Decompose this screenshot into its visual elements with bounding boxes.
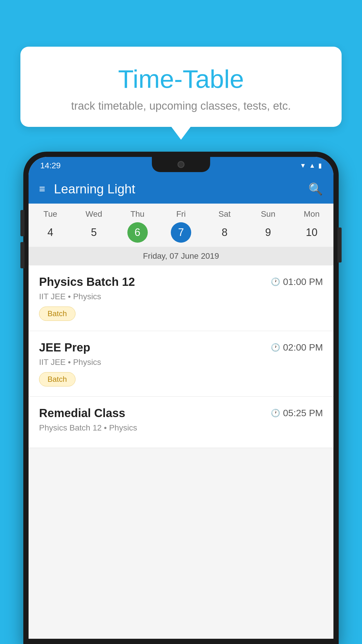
- clock-icon: 🕐: [271, 343, 280, 352]
- day-col-sun[interactable]: Sun9: [246, 209, 290, 243]
- schedule-item-0[interactable]: Physics Batch 12🕐 01:00 PMIIT JEE • Phys…: [29, 265, 333, 331]
- day-col-thu[interactable]: Thu6: [116, 209, 159, 243]
- phone-screen: 14:29 ▼ ▲ ▮ ≡ Learning Light 🔍 Tue4Wed5T…: [29, 157, 333, 639]
- schedule-title: Physics Batch 12: [39, 275, 135, 288]
- schedule-item-1[interactable]: JEE Prep🕐 02:00 PMIIT JEE • PhysicsBatch: [29, 331, 333, 397]
- app-bar: ≡ Learning Light 🔍: [29, 174, 333, 204]
- day-name: Tue: [29, 209, 72, 219]
- wifi-icon: ▼: [300, 162, 306, 169]
- clock-icon: 🕐: [271, 277, 280, 286]
- day-number[interactable]: 10: [301, 222, 322, 243]
- tooltip-subtitle: track timetable, upcoming classes, tests…: [38, 100, 324, 112]
- tooltip-card: Time-Table track timetable, upcoming cla…: [20, 47, 342, 127]
- day-number[interactable]: 4: [40, 222, 61, 243]
- volume-down-button[interactable]: [20, 242, 24, 268]
- schedule-meta: IIT JEE • Physics: [39, 292, 323, 301]
- signal-icon: ▲: [309, 162, 315, 169]
- day-number[interactable]: 9: [258, 222, 278, 243]
- clock-icon: 🕐: [271, 409, 280, 418]
- app-title: Learning Light: [54, 182, 300, 196]
- schedule-time: 🕐 02:00 PM: [271, 342, 323, 353]
- selected-date-label: Friday, 07 June 2019: [29, 247, 333, 265]
- schedule-title: JEE Prep: [39, 341, 90, 354]
- phone-outer: 14:29 ▼ ▲ ▮ ≡ Learning Light 🔍 Tue4Wed5T…: [23, 152, 339, 644]
- status-time: 14:29: [40, 161, 61, 170]
- schedule-time: 🕐 05:25 PM: [271, 408, 323, 419]
- day-number[interactable]: 6: [127, 222, 148, 243]
- power-button[interactable]: [338, 228, 342, 262]
- batch-tag: Batch: [39, 372, 75, 386]
- search-icon[interactable]: 🔍: [308, 182, 323, 196]
- status-icons: ▼ ▲ ▮: [300, 162, 322, 169]
- day-col-fri[interactable]: Fri7: [159, 209, 203, 243]
- day-name: Thu: [116, 209, 159, 219]
- day-col-wed[interactable]: Wed5: [72, 209, 115, 243]
- calendar-week-header: Tue4Wed5Thu6Fri7Sat8Sun9Mon10: [29, 204, 333, 243]
- day-name: Mon: [290, 209, 333, 219]
- volume-up-button[interactable]: [20, 210, 24, 236]
- phone-notch: [152, 157, 210, 172]
- front-camera: [178, 161, 184, 168]
- phone-mockup: 14:29 ▼ ▲ ▮ ≡ Learning Light 🔍 Tue4Wed5T…: [23, 152, 339, 644]
- day-name: Sat: [203, 209, 246, 219]
- day-col-tue[interactable]: Tue4: [29, 209, 72, 243]
- schedule-meta: IIT JEE • Physics: [39, 358, 323, 367]
- batch-tag: Batch: [39, 307, 75, 321]
- day-col-sat[interactable]: Sat8: [203, 209, 246, 243]
- battery-icon: ▮: [318, 162, 322, 169]
- schedule-meta: Physics Batch 12 • Physics: [39, 423, 323, 433]
- schedule-time: 🕐 01:00 PM: [271, 276, 323, 287]
- day-col-mon[interactable]: Mon10: [290, 209, 333, 243]
- schedule-list: Physics Batch 12🕐 01:00 PMIIT JEE • Phys…: [29, 265, 333, 448]
- day-number[interactable]: 5: [84, 222, 104, 243]
- schedule-item-2[interactable]: Remedial Class🕐 05:25 PMPhysics Batch 12…: [29, 397, 333, 448]
- tooltip-title: Time-Table: [38, 64, 324, 94]
- day-name: Fri: [159, 209, 203, 219]
- schedule-title: Remedial Class: [39, 407, 125, 420]
- day-name: Wed: [72, 209, 115, 219]
- day-name: Sun: [246, 209, 290, 219]
- day-number[interactable]: 8: [214, 222, 235, 243]
- menu-icon[interactable]: ≡: [39, 183, 45, 195]
- day-number[interactable]: 7: [171, 222, 191, 243]
